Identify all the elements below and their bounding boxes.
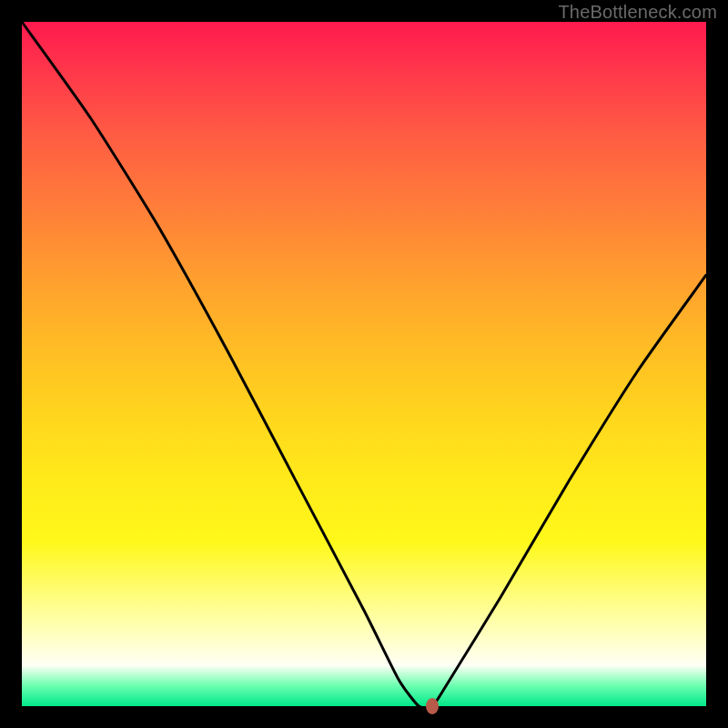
chart-frame: TheBottleneck.com xyxy=(0,0,728,728)
plot-area xyxy=(22,22,706,706)
optimal-point-marker xyxy=(426,698,439,714)
bottleneck-curve xyxy=(22,22,706,706)
watermark-text: TheBottleneck.com xyxy=(558,2,717,23)
